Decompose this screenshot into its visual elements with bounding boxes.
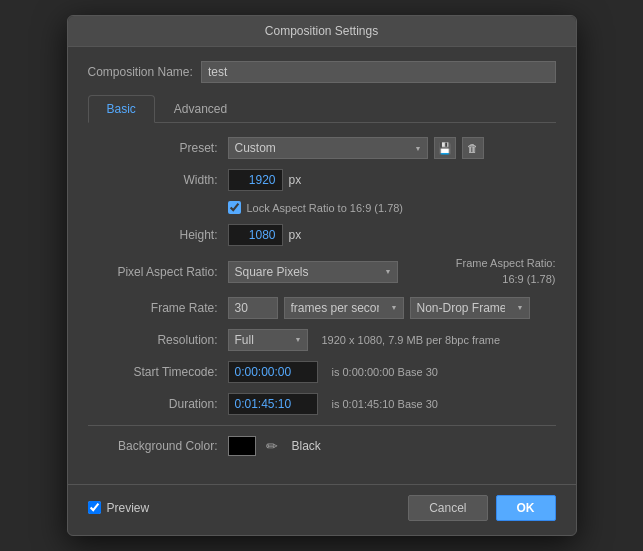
non-drop-dropdown-wrapper: Non-Drop Frame xyxy=(410,297,530,319)
tabs: Basic Advanced xyxy=(88,95,556,123)
duration-input[interactable] xyxy=(228,393,318,415)
bg-color-name: Black xyxy=(292,439,321,453)
pixel-aspect-dropdown-wrapper: Square Pixels xyxy=(228,261,398,283)
height-input[interactable] xyxy=(228,224,283,246)
composition-settings-dialog: Composition Settings Composition Name: B… xyxy=(67,15,577,536)
resolution-row: Resolution: Full 1920 x 1080, 7.9 MB per… xyxy=(88,329,556,351)
preview-checkbox[interactable] xyxy=(88,501,101,514)
width-input[interactable] xyxy=(228,169,283,191)
lock-label: Lock Aspect Ratio to 16:9 (1.78) xyxy=(247,202,404,214)
dialog-title: Composition Settings xyxy=(68,16,576,47)
resolution-controls: Full 1920 x 1080, 7.9 MB per 8bpc frame xyxy=(228,329,556,351)
width-row: Width: px xyxy=(88,169,556,191)
preview-label: Preview xyxy=(107,501,150,515)
duration-desc: is 0:01:45:10 Base 30 xyxy=(332,398,438,410)
width-unit: px xyxy=(289,173,302,187)
bg-color-controls: ✏ Black xyxy=(228,436,556,456)
tab-advanced[interactable]: Advanced xyxy=(155,95,246,122)
bg-color-label: Background Color: xyxy=(88,439,218,453)
cancel-button[interactable]: Cancel xyxy=(408,495,487,521)
preset-dropdown[interactable]: Custom xyxy=(228,137,428,159)
divider xyxy=(88,425,556,426)
bg-color-swatch[interactable] xyxy=(228,436,256,456)
lock-aspect-checkbox[interactable] xyxy=(228,201,241,214)
width-controls: px xyxy=(228,169,556,191)
start-timecode-input[interactable] xyxy=(228,361,318,383)
resolution-label: Resolution: xyxy=(88,333,218,347)
frame-rate-controls: frames per second Non-Drop Frame xyxy=(228,297,556,319)
bg-color-row: Background Color: ✏ Black xyxy=(88,436,556,456)
preset-controls: Custom 💾 🗑 xyxy=(228,137,556,159)
height-unit: px xyxy=(289,228,302,242)
frame-rate-label: Frame Rate: xyxy=(88,301,218,315)
height-label: Height: xyxy=(88,228,218,242)
start-timecode-label: Start Timecode: xyxy=(88,365,218,379)
frame-aspect-box: Frame Aspect Ratio: 16:9 (1.78) xyxy=(456,256,556,287)
pixel-aspect-row: Pixel Aspect Ratio: Square Pixels Frame … xyxy=(88,256,556,287)
pixel-aspect-dropdown[interactable]: Square Pixels xyxy=(228,261,398,283)
pixel-aspect-label: Pixel Aspect Ratio: xyxy=(88,265,218,279)
resolution-dropdown-wrapper: Full xyxy=(228,329,308,351)
frame-rate-row: Frame Rate: frames per second Non-Drop F… xyxy=(88,297,556,319)
preset-row: Preset: Custom 💾 🗑 xyxy=(88,137,556,159)
footer-buttons: Cancel OK xyxy=(408,495,555,521)
frame-rate-input[interactable] xyxy=(228,297,278,319)
fps-dropdown[interactable]: frames per second xyxy=(284,297,404,319)
resolution-info: 1920 x 1080, 7.9 MB per 8bpc frame xyxy=(322,334,501,346)
non-drop-dropdown[interactable]: Non-Drop Frame xyxy=(410,297,530,319)
start-timecode-controls: is 0:00:00:00 Base 30 xyxy=(228,361,556,383)
tab-basic[interactable]: Basic xyxy=(88,95,155,123)
frame-aspect-value: 16:9 (1.78) xyxy=(502,273,555,285)
start-timecode-desc: is 0:00:00:00 Base 30 xyxy=(332,366,438,378)
width-label: Width: xyxy=(88,173,218,187)
pixel-aspect-controls: Square Pixels xyxy=(228,261,456,283)
duration-label: Duration: xyxy=(88,397,218,411)
preset-label: Preset: xyxy=(88,141,218,155)
fps-dropdown-wrapper: frames per second xyxy=(284,297,404,319)
start-timecode-row: Start Timecode: is 0:00:00:00 Base 30 xyxy=(88,361,556,383)
frame-aspect-label: Frame Aspect Ratio: xyxy=(456,257,556,269)
height-row: Height: px xyxy=(88,224,556,246)
preset-dropdown-wrapper: Custom xyxy=(228,137,428,159)
ok-button[interactable]: OK xyxy=(496,495,556,521)
preview-row: Preview xyxy=(88,501,150,515)
duration-row: Duration: is 0:01:45:10 Base 30 xyxy=(88,393,556,415)
delete-preset-button[interactable]: 🗑 xyxy=(462,137,484,159)
height-controls: px xyxy=(228,224,556,246)
dialog-body: Composition Name: Basic Advanced Preset:… xyxy=(68,47,576,480)
eyedropper-button[interactable]: ✏ xyxy=(262,438,282,454)
lock-row: Lock Aspect Ratio to 16:9 (1.78) xyxy=(88,201,556,214)
save-preset-button[interactable]: 💾 xyxy=(434,137,456,159)
comp-name-input[interactable] xyxy=(201,61,556,83)
duration-controls: is 0:01:45:10 Base 30 xyxy=(228,393,556,415)
dialog-footer: Preview Cancel OK xyxy=(68,484,576,535)
comp-name-label: Composition Name: xyxy=(88,65,193,79)
resolution-dropdown[interactable]: Full xyxy=(228,329,308,351)
comp-name-row: Composition Name: xyxy=(88,61,556,83)
